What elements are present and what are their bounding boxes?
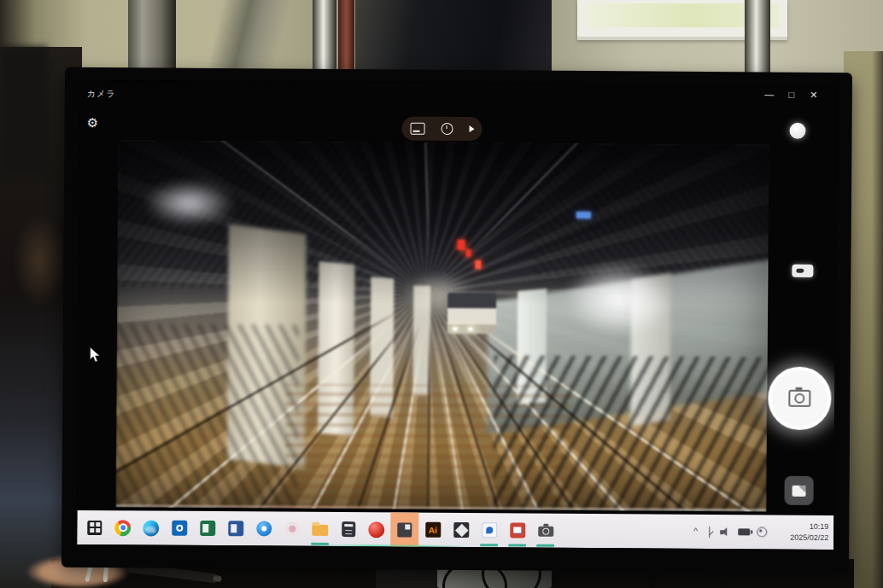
app-title: カメラ (87, 88, 116, 100)
illustrator-icon: Ai (425, 522, 441, 538)
handrail-pole-chrome-right (745, 0, 770, 83)
camera-app-window: カメラ — □ ✕ ⚙ (77, 80, 836, 515)
taskbar-app-light[interactable] (278, 512, 306, 546)
bluetooth-icon[interactable] (705, 527, 713, 538)
taskbar: Ai ^ 10:19 2025/02/22 (77, 510, 833, 550)
mail-app-icon (510, 522, 525, 538)
volume-icon[interactable] (720, 527, 731, 537)
video-mode-icon[interactable] (792, 265, 813, 277)
attention-app-icon (397, 522, 412, 537)
wall-shadow (872, 51, 883, 588)
taskbar-app-red-music[interactable] (362, 512, 390, 546)
taskbar-app-calculator[interactable] (334, 512, 362, 546)
camera-app-icon (538, 527, 553, 537)
viewfinder-image (115, 140, 769, 511)
chrome-icon (114, 520, 131, 536)
taskbar-app-document[interactable] (475, 513, 503, 547)
tray-date: 2025/02/22 (774, 533, 828, 544)
start-button[interactable] (80, 510, 108, 544)
settings-panel-icon[interactable] (410, 123, 424, 135)
word-icon (228, 521, 243, 536)
taskbar-apps: Ai (80, 510, 559, 548)
system-tray: ^ 10:19 2025/02/22 (693, 515, 830, 550)
passenger-hair (0, 47, 48, 175)
taskbar-app-blue[interactable] (249, 511, 278, 545)
photo-of-monitor-in-train: カメラ — □ ✕ ⚙ (0, 0, 883, 588)
calculator-icon (342, 521, 355, 537)
window-controls: — □ ✕ (758, 89, 825, 101)
taskbar-app-illustrator[interactable]: Ai (418, 513, 447, 547)
photo-thumbnail-icon (792, 485, 806, 496)
taskbar-app-word[interactable] (221, 511, 249, 545)
network-icon[interactable] (757, 527, 767, 537)
outlook-icon (172, 521, 187, 536)
document-app-icon (482, 522, 497, 538)
screen-edge-artifact (312, 544, 478, 548)
battery-icon[interactable] (738, 528, 750, 535)
taskbar-app-chrome[interactable] (108, 510, 137, 544)
camera-toolbar (401, 117, 482, 142)
excel-icon (200, 521, 215, 536)
tray-time: 10:19 (774, 521, 828, 533)
blue-app-icon (256, 521, 272, 536)
mouse-cursor (90, 346, 101, 366)
folder-icon (312, 525, 328, 536)
close-button[interactable]: ✕ (803, 90, 825, 101)
taskbar-app-camera[interactable] (531, 514, 559, 548)
edge-icon (143, 520, 159, 536)
running-indicator (536, 544, 554, 547)
taskbar-app-outlook[interactable] (165, 511, 193, 545)
running-indicator (508, 544, 526, 546)
expand-chevron-icon[interactable] (469, 125, 474, 132)
gear-icon[interactable]: ⚙ (87, 116, 99, 129)
switch-camera-icon[interactable] (789, 123, 805, 139)
camera-icon (788, 390, 810, 407)
taskbar-app-file-explorer[interactable] (306, 512, 334, 546)
camera-roll-button[interactable] (784, 476, 813, 505)
minimize-button[interactable]: — (758, 89, 781, 100)
screen: カメラ — □ ✕ ⚙ (77, 80, 837, 550)
taskbar-app-edge[interactable] (137, 510, 165, 544)
taskbar-app-attention[interactable] (390, 512, 418, 546)
taskbar-app-dark-photo[interactable] (447, 513, 475, 547)
taskbar-clock[interactable]: 10:19 2025/02/22 (774, 521, 830, 544)
taskbar-app-mail[interactable] (503, 513, 531, 547)
show-hidden-icons-chevron[interactable]: ^ (693, 525, 698, 535)
monitor: カメラ — □ ✕ ⚙ (61, 67, 852, 573)
light-app-icon (284, 521, 300, 537)
maximize-button[interactable]: □ (781, 90, 803, 101)
take-photo-button[interactable] (768, 367, 832, 431)
dark-photo-app-icon (453, 522, 469, 538)
photo-timer-icon[interactable] (441, 123, 453, 135)
running-indicator (480, 544, 498, 546)
windows-logo-icon (87, 520, 102, 534)
red-sphere-icon (368, 521, 384, 538)
camera-viewfinder (115, 140, 769, 511)
taskbar-app-excel[interactable] (193, 511, 221, 545)
